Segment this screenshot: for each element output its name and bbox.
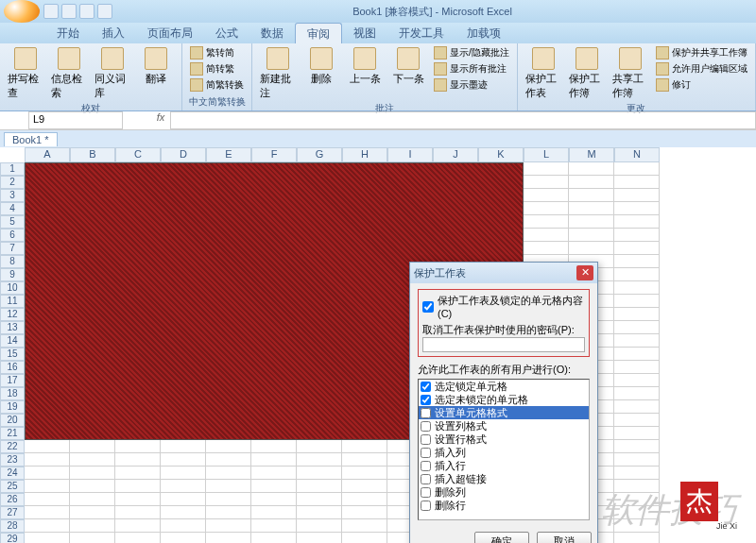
column-header[interactable]: H: [342, 147, 387, 162]
cell[interactable]: [614, 242, 660, 255]
show-ink-button[interactable]: 显示墨迹: [432, 77, 511, 93]
cell[interactable]: [614, 361, 660, 374]
row-header[interactable]: 5: [0, 215, 25, 229]
cell[interactable]: [569, 189, 614, 202]
cell[interactable]: [251, 467, 297, 480]
cell[interactable]: [342, 519, 387, 533]
cell[interactable]: [614, 321, 660, 334]
column-header[interactable]: G: [297, 147, 342, 162]
cell[interactable]: [206, 493, 251, 506]
cell[interactable]: [614, 268, 660, 281]
cell[interactable]: [161, 440, 206, 453]
permission-option[interactable]: 设置单元格格式: [419, 406, 589, 419]
cell[interactable]: [206, 519, 251, 533]
cell[interactable]: [614, 453, 660, 467]
cell[interactable]: [70, 506, 115, 519]
permissions-listbox[interactable]: 选定锁定单元格选定未锁定的单元格设置单元格格式设置列格式设置行格式插入列插入行插…: [418, 379, 590, 520]
cell[interactable]: [251, 453, 297, 467]
column-header[interactable]: A: [25, 147, 70, 162]
row-header[interactable]: 10: [0, 281, 25, 295]
permission-checkbox[interactable]: [421, 421, 431, 432]
permission-option[interactable]: 设置行格式: [419, 433, 589, 446]
cell[interactable]: [342, 467, 387, 480]
row-header[interactable]: 19: [0, 400, 25, 414]
cell[interactable]: [342, 480, 387, 493]
to-simplified-button[interactable]: 繁转简: [188, 45, 246, 60]
track-changes-button[interactable]: 修订: [654, 77, 749, 93]
show-hide-comment-button[interactable]: 显示/隐藏批注: [432, 45, 511, 60]
row-header[interactable]: 21: [0, 427, 25, 440]
cell[interactable]: [614, 427, 660, 440]
tab-insert[interactable]: 插入: [91, 23, 136, 43]
next-comment-button[interactable]: 下一条: [388, 45, 428, 88]
permission-checkbox[interactable]: [421, 474, 431, 484]
allow-edit-ranges-button[interactable]: 允许用户编辑区域: [654, 61, 749, 76]
row-header[interactable]: 3: [0, 189, 25, 202]
cell[interactable]: [614, 255, 660, 268]
row-header[interactable]: 29: [0, 533, 25, 543]
permission-checkbox[interactable]: [421, 461, 431, 471]
cell[interactable]: [297, 440, 342, 453]
cell[interactable]: [614, 467, 660, 480]
cell[interactable]: [25, 467, 70, 480]
cell[interactable]: [342, 493, 387, 506]
cell[interactable]: [70, 480, 115, 493]
cell[interactable]: [297, 453, 342, 467]
row-header[interactable]: 20: [0, 414, 25, 427]
cell[interactable]: [614, 229, 660, 242]
cell[interactable]: [115, 453, 161, 467]
protect-sheet-button[interactable]: 保护工作表: [524, 45, 563, 102]
cell[interactable]: [206, 467, 251, 480]
cell[interactable]: [342, 506, 387, 519]
cell[interactable]: [524, 189, 569, 202]
permission-checkbox[interactable]: [421, 501, 431, 511]
cell[interactable]: [614, 308, 660, 321]
column-header[interactable]: D: [161, 147, 206, 162]
row-header[interactable]: 13: [0, 321, 25, 334]
cell[interactable]: [206, 480, 251, 493]
cell[interactable]: [161, 533, 206, 543]
protect-workbook-button[interactable]: 保护工作簿: [567, 45, 607, 102]
permission-option[interactable]: 设置列格式: [419, 419, 589, 433]
cell[interactable]: [614, 374, 660, 387]
cell[interactable]: [115, 493, 161, 506]
translate-button[interactable]: 翻译: [136, 45, 176, 88]
row-header[interactable]: 9: [0, 268, 25, 281]
permission-option[interactable]: 插入超链接: [419, 472, 589, 485]
cell[interactable]: [25, 453, 70, 467]
name-box[interactable]: L9: [28, 111, 123, 129]
column-header[interactable]: C: [115, 147, 161, 162]
protect-share-button[interactable]: 保护并共享工作簿: [654, 45, 749, 60]
workbook-tab[interactable]: Book1 *: [4, 132, 58, 146]
qat-save-icon[interactable]: [43, 4, 59, 19]
column-header[interactable]: B: [70, 147, 115, 162]
cell[interactable]: [70, 533, 115, 543]
cell[interactable]: [524, 162, 569, 176]
protect-checkbox-input[interactable]: [422, 301, 434, 313]
permission-checkbox[interactable]: [421, 395, 431, 405]
row-header[interactable]: 22: [0, 440, 25, 453]
row-header[interactable]: 27: [0, 506, 25, 519]
cell[interactable]: [251, 480, 297, 493]
cell[interactable]: [70, 467, 115, 480]
row-header[interactable]: 7: [0, 242, 25, 255]
cell[interactable]: [614, 400, 660, 414]
cell[interactable]: [161, 467, 206, 480]
permission-option[interactable]: 选定未锁定的单元格: [419, 393, 589, 406]
cell[interactable]: [297, 493, 342, 506]
permission-option[interactable]: 插入列: [419, 446, 589, 459]
cell[interactable]: [524, 176, 569, 189]
qat-undo-icon[interactable]: [61, 4, 77, 19]
tab-developer[interactable]: 开发工具: [387, 23, 455, 43]
cell[interactable]: [206, 453, 251, 467]
cell[interactable]: [70, 453, 115, 467]
protect-contents-checkbox[interactable]: 保护工作表及锁定的单元格内容(C): [422, 294, 585, 319]
cell[interactable]: [297, 506, 342, 519]
cell[interactable]: [251, 493, 297, 506]
qat-redo-icon[interactable]: [79, 4, 94, 19]
office-button[interactable]: [4, 0, 40, 23]
prev-comment-button[interactable]: 上一条: [345, 45, 385, 88]
row-header[interactable]: 25: [0, 480, 25, 493]
tab-review[interactable]: 审阅: [295, 23, 342, 43]
cell[interactable]: [342, 453, 387, 467]
